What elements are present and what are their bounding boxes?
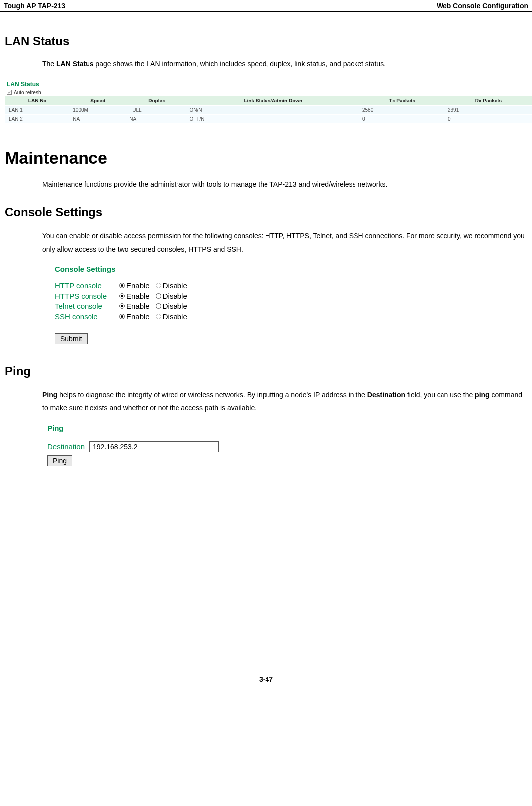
radio-disable[interactable] <box>156 314 161 319</box>
console-label: SSH console <box>55 312 119 321</box>
text: field, you can use the <box>405 391 475 399</box>
auto-refresh-row: ✓ Auto refresh <box>5 89 532 96</box>
text: page shows the LAN information, which in… <box>93 60 386 68</box>
submit-button[interactable]: Submit <box>55 333 88 344</box>
radio-enable[interactable] <box>119 293 125 299</box>
console-row-telnet: Telnet console Enable Disable <box>55 302 244 310</box>
auto-refresh-checkbox[interactable]: ✓ <box>7 90 12 95</box>
lan-status-figure: LAN Status ✓ Auto refresh LAN No Speed D… <box>5 80 532 123</box>
text: The <box>42 60 56 68</box>
ping-fig-title: Ping <box>47 424 527 432</box>
cell: 2391 <box>445 105 532 114</box>
radio-disable-label: Disable <box>163 312 187 321</box>
radio-enable-label: Enable <box>126 292 150 300</box>
console-row-https: HTTPS console Enable Disable <box>55 292 244 300</box>
auto-refresh-label: Auto refresh <box>14 90 41 95</box>
console-label: Telnet console <box>55 302 119 310</box>
radio-enable-label: Enable <box>126 281 150 290</box>
ping-intro: Ping helps to diagnose the integrity of … <box>42 388 527 414</box>
lan-status-intro: The LAN Status page shows the LAN inform… <box>42 57 527 71</box>
text-bold: LAN Status <box>56 60 93 68</box>
destination-input[interactable] <box>89 441 219 452</box>
destination-label: Destination <box>47 442 85 451</box>
cell: OFF/N <box>187 114 359 123</box>
radio-enable[interactable] <box>119 283 125 288</box>
cell: 1000M <box>70 105 126 114</box>
radio-enable[interactable] <box>119 303 125 309</box>
text-bold: Destination <box>367 391 405 399</box>
text-bold: ping <box>475 391 490 399</box>
cell: 0 <box>445 114 532 123</box>
text-bold: Ping <box>42 391 57 399</box>
page-number: 3-47 <box>0 675 532 693</box>
console-row-ssh: SSH console Enable Disable <box>55 312 244 321</box>
console-row-http: HTTP console Enable Disable <box>55 281 244 290</box>
col-duplex: Duplex <box>126 96 186 106</box>
cell: NA <box>70 114 126 123</box>
text: helps to diagnose the integrity of wired… <box>57 391 367 399</box>
cell: LAN 2 <box>5 114 70 123</box>
radio-enable-label: Enable <box>126 302 150 310</box>
col-speed: Speed <box>70 96 126 106</box>
lan-status-table: LAN No Speed Duplex Link Status/Admin Do… <box>5 96 532 123</box>
console-label: HTTP console <box>55 281 119 290</box>
radio-enable-label: Enable <box>126 312 150 321</box>
ping-figure: Ping Destination Ping <box>47 424 527 466</box>
lan-status-heading: LAN Status <box>5 34 527 48</box>
cell: LAN 1 <box>5 105 70 114</box>
cell: ON/N <box>187 105 359 114</box>
radio-disable[interactable] <box>156 293 161 299</box>
cell: FULL <box>126 105 186 114</box>
header-right: Web Console Configuration <box>437 2 528 10</box>
radio-enable[interactable] <box>119 314 125 319</box>
console-settings-heading: Console Settings <box>5 205 527 219</box>
table-row: LAN 1 1000M FULL ON/N 2580 2391 <box>5 105 532 114</box>
cell: 0 <box>359 114 445 123</box>
radio-disable[interactable] <box>156 303 161 309</box>
table-row: LAN 2 NA NA OFF/N 0 0 <box>5 114 532 123</box>
radio-disable[interactable] <box>156 283 161 288</box>
maintenance-heading: Maintenance <box>5 148 527 168</box>
lan-status-fig-title: LAN Status <box>5 80 532 89</box>
col-lan-no: LAN No <box>5 96 70 106</box>
header-left: Tough AP TAP-213 <box>4 2 65 10</box>
cell: NA <box>126 114 186 123</box>
console-fig-title: Console Settings <box>55 265 244 273</box>
divider <box>55 328 234 328</box>
col-link: Link Status/Admin Down <box>187 96 359 106</box>
radio-disable-label: Disable <box>163 281 187 290</box>
radio-disable-label: Disable <box>163 292 187 300</box>
maintenance-intro: Maintenance functions provide the admini… <box>42 178 527 191</box>
cell: 2580 <box>359 105 445 114</box>
radio-disable-label: Disable <box>163 302 187 310</box>
console-label: HTTPS console <box>55 292 119 300</box>
col-rx: Rx Packets <box>445 96 532 106</box>
col-tx: Tx Packets <box>359 96 445 106</box>
ping-heading: Ping <box>5 364 527 378</box>
ping-button[interactable]: Ping <box>47 455 72 466</box>
console-settings-figure: Console Settings HTTP console Enable Dis… <box>55 265 244 344</box>
console-settings-intro: You can enable or disable access permiss… <box>42 229 527 256</box>
